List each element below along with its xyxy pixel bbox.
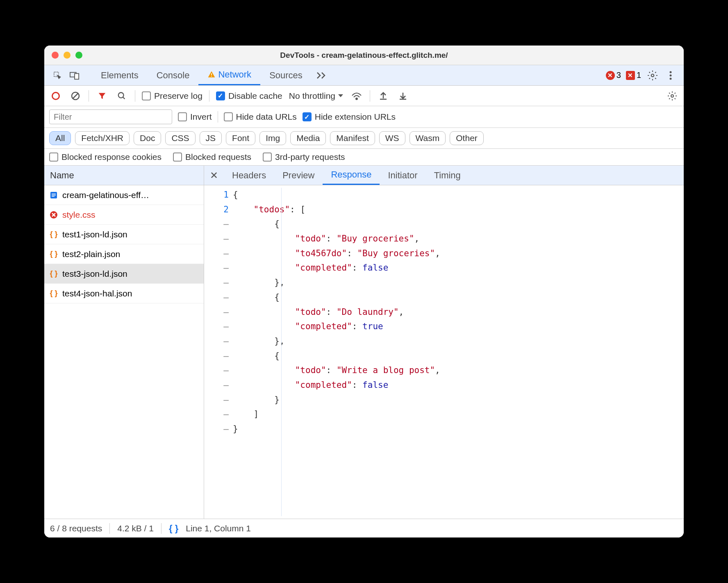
- detail-tab-preview[interactable]: Preview: [274, 166, 323, 185]
- request-name: test1-json-ld.json: [62, 230, 127, 239]
- clear-button[interactable]: [69, 89, 82, 102]
- svg-point-5: [651, 74, 654, 77]
- close-window-button[interactable]: [52, 52, 59, 59]
- file-type-icon: [49, 191, 58, 200]
- filter-pill-ws[interactable]: WS: [379, 131, 405, 145]
- hide-data-urls-checkbox[interactable]: Hide data URLs: [224, 112, 297, 122]
- filter-pill-font[interactable]: Font: [226, 131, 255, 145]
- request-row[interactable]: cream-gelatinous-eff…: [44, 185, 204, 205]
- request-row[interactable]: { }test3-json-ld.json: [44, 264, 204, 284]
- invert-checkbox[interactable]: Invert: [178, 112, 212, 122]
- filter-pill-media[interactable]: Media: [290, 131, 326, 145]
- blocked-cookies-checkbox[interactable]: Blocked response cookies: [49, 152, 162, 162]
- request-name: style.css: [62, 210, 96, 220]
- issues-badge[interactable]: ✕ 1: [626, 71, 641, 80]
- error-icon: ✕: [606, 71, 615, 80]
- request-row[interactable]: style.css: [44, 205, 204, 225]
- svg-point-13: [356, 98, 357, 100]
- file-type-icon: [49, 210, 58, 219]
- detail-tab-timing[interactable]: Timing: [426, 166, 469, 185]
- tab-sources[interactable]: Sources: [260, 65, 312, 85]
- detail-tab-headers[interactable]: Headers: [224, 166, 274, 185]
- detail-tab-initiator[interactable]: Initiator: [380, 166, 425, 185]
- file-type-icon: { }: [49, 289, 58, 298]
- blocked-requests-checkbox[interactable]: Blocked requests: [173, 152, 251, 162]
- detail-tabs: ✕ HeadersPreviewResponseInitiatorTiming: [204, 166, 684, 185]
- more-menu-icon[interactable]: [664, 69, 677, 82]
- svg-point-7: [670, 74, 672, 76]
- export-har-icon[interactable]: [396, 89, 410, 102]
- svg-line-10: [73, 93, 78, 99]
- third-party-checkbox[interactable]: 3rd-party requests: [263, 152, 345, 162]
- traffic-lights: [52, 52, 82, 59]
- file-type-icon: { }: [49, 250, 58, 259]
- request-row[interactable]: { }test4-json-hal.json: [44, 284, 204, 303]
- filter-pill-css[interactable]: CSS: [165, 131, 195, 145]
- file-type-icon: { }: [49, 269, 58, 278]
- tab-console[interactable]: Console: [148, 65, 199, 85]
- errors-badge[interactable]: ✕ 3: [606, 71, 621, 80]
- tab-network[interactable]: Network: [198, 65, 260, 85]
- network-toolbar: Preserve log Disable cache No throttling: [44, 86, 684, 106]
- filter-pill-js[interactable]: JS: [200, 131, 222, 145]
- filter-pill-manifest[interactable]: Manifest: [330, 131, 375, 145]
- request-name: test4-json-hal.json: [62, 289, 132, 298]
- minimize-window-button[interactable]: [64, 52, 71, 59]
- file-type-icon: { }: [49, 230, 58, 239]
- disable-cache-checkbox[interactable]: Disable cache: [216, 91, 282, 101]
- filter-pill-other[interactable]: Other: [450, 131, 484, 145]
- detail-panel: ✕ HeadersPreviewResponseInitiatorTiming …: [204, 166, 684, 519]
- issues-count: 1: [637, 71, 641, 80]
- throttling-dropdown[interactable]: No throttling: [289, 91, 344, 101]
- window-title: DevTools - cream-gelatinous-effect.glitc…: [51, 51, 677, 60]
- pretty-print-icon[interactable]: { }: [169, 523, 178, 534]
- svg-point-6: [670, 71, 672, 73]
- request-row[interactable]: { }test2-plain.json: [44, 244, 204, 264]
- filter-pill-fetchxhr[interactable]: Fetch/XHR: [75, 131, 130, 145]
- svg-rect-2: [75, 73, 79, 79]
- svg-point-11: [118, 92, 124, 98]
- hide-extension-urls-checkbox[interactable]: Hide extension URLs: [303, 112, 396, 122]
- response-body[interactable]: 12––––––––––––––– { "todos": [ { "todo":…: [204, 185, 684, 519]
- request-name: cream-gelatinous-eff…: [62, 190, 149, 200]
- filter-toggle-icon[interactable]: [96, 89, 109, 102]
- type-filter-bar: AllFetch/XHRDocCSSJSFontImgMediaManifest…: [44, 128, 684, 149]
- filter-toolbar: Invert Hide data URLs Hide extension URL…: [44, 106, 684, 128]
- transfer-size: 4.2 kB / 1: [117, 524, 154, 533]
- search-icon[interactable]: [115, 89, 128, 102]
- request-row[interactable]: { }test1-json-ld.json: [44, 225, 204, 244]
- network-conditions-icon[interactable]: [350, 89, 363, 102]
- filter-pill-img[interactable]: Img: [259, 131, 286, 145]
- preserve-log-checkbox[interactable]: Preserve log: [142, 91, 202, 101]
- extra-filters-bar: Blocked response cookies Blocked request…: [44, 149, 684, 166]
- request-list: Name cream-gelatinous-eff…style.css{ }te…: [44, 166, 204, 519]
- tab-elements[interactable]: Elements: [92, 65, 148, 85]
- svg-rect-3: [212, 73, 212, 75]
- inspect-element-icon[interactable]: [51, 69, 64, 82]
- warning-icon: [207, 71, 216, 79]
- filter-pill-all[interactable]: All: [49, 131, 71, 145]
- svg-rect-4: [212, 76, 212, 77]
- more-tabs-icon[interactable]: [315, 69, 328, 82]
- svg-point-14: [671, 95, 673, 97]
- request-name: test3-json-ld.json: [62, 269, 127, 279]
- filter-input[interactable]: [49, 109, 172, 124]
- titlebar: DevTools - cream-gelatinous-effect.glitc…: [44, 46, 684, 65]
- statusbar: 6 / 8 requests 4.2 kB / 1 { } Line 1, Co…: [44, 519, 684, 537]
- detail-tab-response[interactable]: Response: [323, 166, 380, 185]
- close-detail-icon[interactable]: ✕: [204, 166, 224, 185]
- errors-count: 3: [617, 71, 621, 80]
- settings-icon[interactable]: [646, 69, 659, 82]
- requests-count: 6 / 8 requests: [50, 524, 102, 533]
- network-settings-icon[interactable]: [666, 89, 679, 102]
- filter-pill-wasm[interactable]: Wasm: [410, 131, 446, 145]
- name-column-header[interactable]: Name: [44, 166, 204, 185]
- device-toolbar-icon[interactable]: [68, 69, 81, 82]
- svg-line-12: [123, 97, 125, 99]
- zoom-window-button[interactable]: [75, 52, 82, 59]
- request-name: test2-plain.json: [62, 249, 120, 259]
- record-button[interactable]: [49, 89, 62, 102]
- filter-pill-doc[interactable]: Doc: [134, 131, 161, 145]
- import-har-icon[interactable]: [377, 89, 390, 102]
- main-tabbar: ElementsConsoleNetworkSources ✕ 3 ✕ 1: [44, 65, 684, 86]
